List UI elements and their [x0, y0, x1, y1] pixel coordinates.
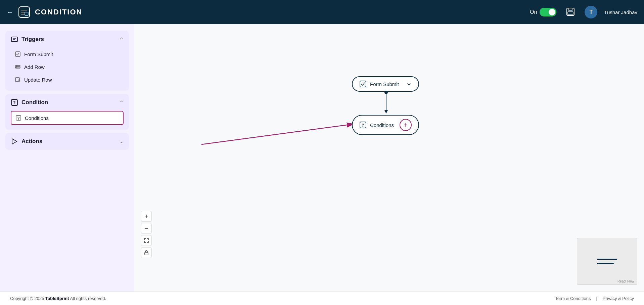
form-submit-node-label: Form Submit [370, 81, 399, 87]
sidebar-item-conditions[interactable]: ? Conditions [11, 111, 124, 125]
conditions-node-icon: ? [359, 121, 367, 129]
canvas-svg [134, 24, 644, 292]
sidebar-item-update-row[interactable]: Update Row [11, 73, 124, 86]
sidebar-triggers-body: Form Submit Add Row Update Row [5, 48, 129, 91]
conditions-icon: ? [15, 115, 21, 121]
zoom-in-button[interactable]: + [141, 211, 152, 222]
svg-marker-17 [12, 139, 17, 144]
toggle-label: On [530, 9, 537, 15]
dropdown-icon [406, 81, 412, 87]
form-submit-flow-node[interactable]: Form Submit [352, 76, 419, 92]
actions-icon [11, 138, 18, 145]
back-button[interactable]: ← [7, 8, 13, 16]
mini-map-bar-1 [597, 259, 617, 260]
form-submit-node-icon [359, 80, 367, 88]
terms-link[interactable]: Term & Conditions [555, 296, 591, 301]
app-header: ← CONDITION On T Tushar Jadhav [0, 0, 644, 24]
app-logo-icon [17, 5, 31, 19]
svg-text:?: ? [362, 123, 364, 128]
react-flow-label: React Flow [617, 279, 634, 283]
main-content: Triggers ⌃ Form Submit [0, 24, 644, 292]
sidebar-section-condition-header[interactable]: ? Condition ⌃ [5, 94, 129, 111]
sidebar-section-triggers-header[interactable]: Triggers ⌃ [5, 31, 129, 48]
svg-rect-5 [11, 37, 17, 42]
sidebar-section-condition-title: ? Condition [11, 99, 48, 106]
user-name: Tushar Jadhav [604, 9, 637, 15]
footer-links: Term & Conditions | Privacy & Policy [555, 296, 634, 301]
save-icon [566, 7, 575, 16]
conditions-flow-node[interactable]: ? Conditions + [352, 115, 419, 135]
zoom-out-button[interactable]: − [141, 223, 152, 234]
sidebar-section-condition: ? Condition ⌃ ? Conditions [5, 94, 129, 130]
footer-copyright: Copyright © 2025 TableSprint All rights … [10, 296, 106, 301]
svg-rect-9 [15, 66, 20, 67]
svg-rect-1 [25, 12, 28, 15]
sidebar-condition-body: ? Conditions [5, 111, 129, 130]
svg-rect-25 [145, 252, 148, 255]
condition-icon: ? [11, 99, 18, 106]
svg-text:?: ? [17, 116, 20, 120]
triggers-icon [11, 36, 18, 43]
sidebar-section-actions: Actions ⌄ [5, 133, 129, 150]
avatar: T [585, 6, 597, 18]
sidebar-item-form-submit[interactable]: Form Submit [11, 48, 124, 60]
lock-button[interactable] [141, 247, 152, 258]
sidebar-section-actions-header[interactable]: Actions ⌄ [5, 133, 129, 150]
add-condition-button[interactable]: + [400, 119, 412, 131]
svg-rect-8 [15, 52, 20, 56]
lock-icon [144, 250, 149, 255]
sidebar: Triggers ⌃ Form Submit [0, 24, 134, 292]
zoom-controls: + − [141, 211, 152, 258]
toggle-knob [549, 9, 555, 15]
mini-map-bar-2 [597, 263, 614, 264]
condition-chevron: ⌃ [120, 100, 124, 105]
sidebar-section-triggers-title: Triggers [11, 36, 44, 43]
sidebar-item-add-row[interactable]: Add Row [11, 60, 124, 73]
sidebar-section-actions-title: Actions [11, 138, 42, 145]
privacy-link[interactable]: Privacy & Policy [603, 296, 634, 301]
footer: Copyright © 2025 TableSprint All rights … [0, 292, 644, 305]
svg-rect-10 [15, 67, 20, 68]
conditions-node-label: Conditions [370, 122, 394, 128]
fit-view-icon [144, 238, 149, 243]
triggers-chevron: ⌃ [120, 37, 124, 42]
form-submit-bottom-dot [384, 91, 388, 94]
actions-chevron: ⌄ [120, 139, 124, 144]
mini-map: React Flow [577, 238, 637, 285]
on-off-toggle[interactable] [540, 8, 556, 16]
canvas: Form Submit ? Conditions + + − [134, 24, 644, 292]
fit-view-button[interactable] [141, 235, 152, 246]
add-row-icon [15, 64, 21, 70]
svg-text:?: ? [13, 100, 15, 105]
sidebar-section-triggers: Triggers ⌃ Form Submit [5, 31, 129, 91]
svg-rect-4 [568, 12, 573, 15]
form-submit-icon [15, 51, 21, 57]
svg-rect-3 [569, 8, 572, 11]
save-button[interactable] [566, 7, 575, 17]
svg-marker-19 [384, 110, 388, 114]
svg-rect-22 [360, 81, 366, 87]
page-title: CONDITION [35, 8, 82, 16]
mini-map-content [597, 259, 617, 264]
update-row-icon [15, 77, 21, 83]
svg-line-20 [201, 124, 352, 144]
toggle-container: On [530, 8, 556, 16]
